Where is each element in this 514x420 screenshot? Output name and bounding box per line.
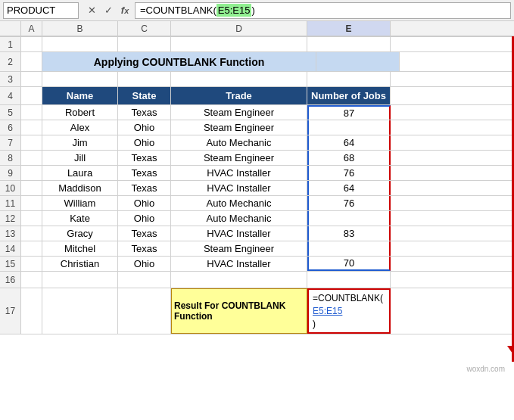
cell-d11[interactable]: Auto Mechanic <box>171 196 307 210</box>
cell-e1[interactable] <box>307 37 391 51</box>
col-header-c[interactable]: C <box>118 21 171 36</box>
formula-bar[interactable]: =COUNTBLANK(E5:E15) <box>135 2 511 19</box>
col-header-b[interactable]: B <box>42 21 118 36</box>
row-num-16: 16 <box>0 272 21 288</box>
cell-d5[interactable]: Steam Engineer <box>171 105 307 120</box>
row-num-7: 7 <box>0 135 21 150</box>
cell-b16[interactable] <box>42 272 118 288</box>
cell-d14[interactable]: Steam Engineer <box>171 241 307 256</box>
cell-c12[interactable]: Ohio <box>118 211 171 226</box>
cell-b10[interactable]: Maddison <box>42 181 118 195</box>
cell-a17[interactable] <box>21 288 42 334</box>
cell-b7[interactable]: Jim <box>42 135 118 150</box>
cell-c13[interactable]: Texas <box>118 226 171 241</box>
cell-c5[interactable]: Texas <box>118 105 171 120</box>
cell-d16[interactable] <box>171 272 307 288</box>
cell-c1[interactable] <box>118 37 171 51</box>
cancel-icon[interactable]: ✕ <box>85 4 98 17</box>
cell-c6[interactable]: Ohio <box>118 120 171 135</box>
cell-d6[interactable]: Steam Engineer <box>171 120 307 135</box>
watermark: woxdn.com <box>466 365 505 373</box>
cell-b1[interactable] <box>42 37 118 51</box>
cell-a14[interactable] <box>21 241 42 256</box>
cell-d7[interactable]: Auto Mechanic <box>171 135 307 150</box>
cell-b12[interactable]: Kate <box>42 211 118 226</box>
cell-b14[interactable]: Mitchel <box>42 241 118 256</box>
cell-d10[interactable]: HVAC Installer <box>171 181 307 195</box>
cell-c7[interactable]: Ohio <box>118 135 171 150</box>
row-7: 7 Jim Ohio Auto Mechanic 64 <box>0 135 514 151</box>
cell-a3[interactable] <box>21 72 42 86</box>
cell-a12[interactable] <box>21 211 42 226</box>
cell-b13[interactable]: Gracy <box>42 226 118 241</box>
cell-e14[interactable] <box>307 241 391 256</box>
cell-b9[interactable]: Laura <box>42 166 118 180</box>
row-num-5: 5 <box>0 105 21 120</box>
row-num-12: 12 <box>0 211 21 226</box>
cell-a13[interactable] <box>21 226 42 241</box>
cell-a2[interactable] <box>21 52 42 71</box>
cell-a6[interactable] <box>21 120 42 135</box>
cell-c3[interactable] <box>118 72 171 86</box>
cell-d8[interactable]: Steam Engineer <box>171 151 307 165</box>
cell-title[interactable]: Applying COUNTBLANK Function <box>42 52 316 71</box>
cell-e6[interactable] <box>307 120 391 135</box>
cell-c17[interactable] <box>118 288 171 334</box>
cell-e11[interactable]: 76 <box>307 196 391 210</box>
cell-e3[interactable] <box>307 72 391 86</box>
cell-b5[interactable]: Robert <box>42 105 118 120</box>
cell-e17-result-formula[interactable]: =COUNTBLANK( E5:E15) <box>307 288 391 334</box>
cell-a8[interactable] <box>21 151 42 165</box>
cell-d4-trade-header[interactable]: Trade <box>171 87 307 104</box>
cell-e16[interactable] <box>307 272 391 288</box>
cell-b17[interactable] <box>42 288 118 334</box>
cell-e8[interactable]: 68 <box>307 151 391 165</box>
cell-c8[interactable]: Texas <box>118 151 171 165</box>
cell-d15[interactable]: HVAC Installer <box>171 257 307 271</box>
insert-function-icon[interactable]: fx <box>118 4 132 17</box>
cell-b4-name-header[interactable]: Name <box>42 87 118 104</box>
row-6: 6 Alex Ohio Steam Engineer <box>0 120 514 135</box>
cell-d12[interactable]: Auto Mechanic <box>171 211 307 226</box>
cell-e13[interactable]: 83 <box>307 226 391 241</box>
cell-c15[interactable]: Ohio <box>118 257 171 271</box>
cell-c16[interactable] <box>118 272 171 288</box>
cell-e4-jobs-header[interactable]: Number of Jobs <box>307 87 391 104</box>
cell-a16[interactable] <box>21 272 42 288</box>
cell-c10[interactable]: Texas <box>118 181 171 195</box>
cell-a10[interactable] <box>21 181 42 195</box>
cell-e2[interactable] <box>316 52 400 71</box>
cell-a5[interactable] <box>21 105 42 120</box>
cell-d9[interactable]: HVAC Installer <box>171 166 307 180</box>
cell-e5[interactable]: 87 <box>307 105 391 120</box>
cell-d3[interactable] <box>171 72 307 86</box>
cell-e12[interactable] <box>307 211 391 226</box>
col-header-d[interactable]: D <box>171 21 307 36</box>
cell-d1[interactable] <box>171 37 307 51</box>
cell-c14[interactable]: Texas <box>118 241 171 256</box>
cell-a9[interactable] <box>21 166 42 180</box>
cell-a4[interactable] <box>21 87 42 104</box>
cell-e9[interactable]: 76 <box>307 166 391 180</box>
cell-a11[interactable] <box>21 196 42 210</box>
name-box[interactable]: PRODUCT <box>3 2 79 19</box>
cell-c9[interactable]: Texas <box>118 166 171 180</box>
col-header-a[interactable]: A <box>21 21 42 36</box>
cell-c4-state-header[interactable]: State <box>118 87 171 104</box>
cell-e7[interactable]: 64 <box>307 135 391 150</box>
cell-a15[interactable] <box>21 257 42 271</box>
cell-b6[interactable]: Alex <box>42 120 118 135</box>
cell-e15[interactable]: 70 <box>307 257 391 271</box>
cell-b8[interactable]: Jill <box>42 151 118 165</box>
cell-b3[interactable] <box>42 72 118 86</box>
cell-d17-result-label[interactable]: Result For COUNTBLANK Function <box>171 288 307 334</box>
cell-e10[interactable]: 64 <box>307 181 391 195</box>
cell-c11[interactable]: Ohio <box>118 196 171 210</box>
cell-d13[interactable]: HVAC Installer <box>171 226 307 241</box>
cell-b15[interactable]: Christian <box>42 257 118 271</box>
confirm-icon[interactable]: ✓ <box>101 4 115 17</box>
cell-b11[interactable]: William <box>42 196 118 210</box>
col-header-e[interactable]: E <box>307 21 391 36</box>
cell-a1[interactable] <box>21 37 42 51</box>
cell-a7[interactable] <box>21 135 42 150</box>
